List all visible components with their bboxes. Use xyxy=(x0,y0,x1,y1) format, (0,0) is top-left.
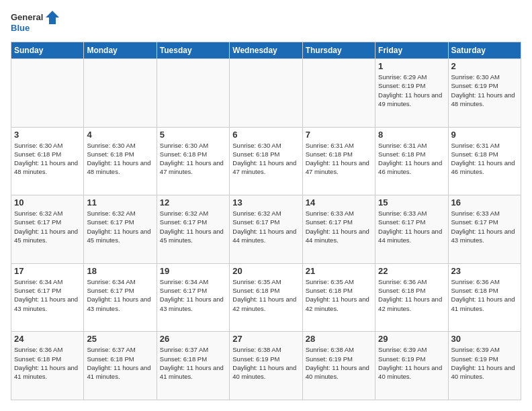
day-info: Sunrise: 6:37 AM Sunset: 6:18 PM Dayligh… xyxy=(87,345,153,381)
day-cell: 24Sunrise: 6:36 AM Sunset: 6:18 PM Dayli… xyxy=(11,332,84,400)
day-cell xyxy=(157,59,229,128)
day-info: Sunrise: 6:39 AM Sunset: 6:19 PM Dayligh… xyxy=(451,345,518,381)
day-info: Sunrise: 6:31 AM Sunset: 6:18 PM Dayligh… xyxy=(306,141,372,177)
day-number: 21 xyxy=(306,266,372,276)
day-cell: 8Sunrise: 6:31 AM Sunset: 6:18 PM Daylig… xyxy=(375,127,448,195)
day-cell: 29Sunrise: 6:39 AM Sunset: 6:19 PM Dayli… xyxy=(375,332,448,400)
day-info: Sunrise: 6:35 AM Sunset: 6:18 PM Dayligh… xyxy=(306,277,372,313)
day-cell: 3Sunrise: 6:30 AM Sunset: 6:18 PM Daylig… xyxy=(11,127,84,195)
day-cell xyxy=(302,59,375,128)
day-info: Sunrise: 6:38 AM Sunset: 6:19 PM Dayligh… xyxy=(306,345,372,381)
day-info: Sunrise: 6:30 AM Sunset: 6:18 PM Dayligh… xyxy=(232,141,299,177)
day-info: Sunrise: 6:34 AM Sunset: 6:17 PM Dayligh… xyxy=(160,277,226,313)
day-number: 19 xyxy=(160,266,226,276)
day-cell: 16Sunrise: 6:33 AM Sunset: 6:17 PM Dayli… xyxy=(448,195,521,264)
calendar-header-row: SundayMondayTuesdayWednesdayThursdayFrid… xyxy=(11,42,521,59)
day-number: 20 xyxy=(232,266,299,276)
day-number: 22 xyxy=(378,266,445,276)
day-info: Sunrise: 6:33 AM Sunset: 6:17 PM Dayligh… xyxy=(378,209,445,244)
day-number: 18 xyxy=(87,266,153,276)
day-info: Sunrise: 6:34 AM Sunset: 6:17 PM Dayligh… xyxy=(14,277,81,313)
day-cell: 14Sunrise: 6:33 AM Sunset: 6:17 PM Dayli… xyxy=(302,195,375,264)
day-number: 23 xyxy=(451,266,518,276)
day-cell: 18Sunrise: 6:34 AM Sunset: 6:17 PM Dayli… xyxy=(84,263,157,332)
day-number: 6 xyxy=(232,130,299,140)
day-number: 26 xyxy=(160,334,226,344)
day-info: Sunrise: 6:36 AM Sunset: 6:18 PM Dayligh… xyxy=(378,277,445,313)
col-header-wednesday: Wednesday xyxy=(230,42,302,59)
day-info: Sunrise: 6:30 AM Sunset: 6:18 PM Dayligh… xyxy=(87,141,153,177)
day-number: 11 xyxy=(87,197,153,208)
svg-text:Blue: Blue xyxy=(11,23,30,33)
day-info: Sunrise: 6:32 AM Sunset: 6:17 PM Dayligh… xyxy=(14,209,81,244)
calendar: SundayMondayTuesdayWednesdayThursdayFrid… xyxy=(11,42,521,400)
day-number: 16 xyxy=(451,197,518,208)
day-number: 13 xyxy=(232,197,299,208)
day-info: Sunrise: 6:30 AM Sunset: 6:19 PM Dayligh… xyxy=(451,73,518,108)
day-cell: 22Sunrise: 6:36 AM Sunset: 6:18 PM Dayli… xyxy=(375,263,448,332)
day-number: 24 xyxy=(14,334,81,344)
day-cell: 13Sunrise: 6:32 AM Sunset: 6:17 PM Dayli… xyxy=(230,195,302,264)
day-number: 8 xyxy=(378,130,445,140)
col-header-tuesday: Tuesday xyxy=(157,42,229,59)
day-number: 25 xyxy=(87,334,153,344)
day-cell: 2Sunrise: 6:30 AM Sunset: 6:19 PM Daylig… xyxy=(448,59,521,128)
day-number: 4 xyxy=(87,130,153,140)
day-cell: 19Sunrise: 6:34 AM Sunset: 6:17 PM Dayli… xyxy=(157,263,229,332)
day-number: 27 xyxy=(232,334,299,344)
day-number: 2 xyxy=(451,61,518,71)
day-info: Sunrise: 6:36 AM Sunset: 6:18 PM Dayligh… xyxy=(14,345,81,381)
day-info: Sunrise: 6:33 AM Sunset: 6:17 PM Dayligh… xyxy=(306,209,372,244)
day-cell xyxy=(230,59,302,128)
day-number: 15 xyxy=(378,197,445,208)
week-row-3: 10Sunrise: 6:32 AM Sunset: 6:17 PM Dayli… xyxy=(11,195,521,264)
day-cell: 21Sunrise: 6:35 AM Sunset: 6:18 PM Dayli… xyxy=(302,263,375,332)
week-row-2: 3Sunrise: 6:30 AM Sunset: 6:18 PM Daylig… xyxy=(11,127,521,195)
day-cell: 20Sunrise: 6:35 AM Sunset: 6:18 PM Dayli… xyxy=(230,263,302,332)
day-info: Sunrise: 6:34 AM Sunset: 6:17 PM Dayligh… xyxy=(87,277,153,313)
page: General Blue SundayMondayTuesdayWednesda… xyxy=(0,0,532,411)
day-number: 1 xyxy=(378,61,445,71)
day-number: 29 xyxy=(378,334,445,344)
day-cell xyxy=(11,59,84,128)
day-number: 7 xyxy=(306,130,372,140)
day-cell: 28Sunrise: 6:38 AM Sunset: 6:19 PM Dayli… xyxy=(302,332,375,400)
day-number: 5 xyxy=(160,130,226,140)
header: General Blue xyxy=(11,11,521,35)
day-cell: 23Sunrise: 6:36 AM Sunset: 6:18 PM Dayli… xyxy=(448,263,521,332)
day-cell: 17Sunrise: 6:34 AM Sunset: 6:17 PM Dayli… xyxy=(11,263,84,332)
day-cell: 12Sunrise: 6:32 AM Sunset: 6:17 PM Dayli… xyxy=(157,195,229,264)
day-number: 30 xyxy=(451,334,518,344)
day-number: 10 xyxy=(14,197,81,208)
col-header-monday: Monday xyxy=(84,42,157,59)
day-number: 17 xyxy=(14,266,81,276)
day-info: Sunrise: 6:31 AM Sunset: 6:18 PM Dayligh… xyxy=(451,141,518,177)
svg-text:General: General xyxy=(11,12,43,22)
day-info: Sunrise: 6:30 AM Sunset: 6:18 PM Dayligh… xyxy=(160,141,226,177)
day-info: Sunrise: 6:36 AM Sunset: 6:18 PM Dayligh… xyxy=(451,277,518,313)
day-cell: 30Sunrise: 6:39 AM Sunset: 6:19 PM Dayli… xyxy=(448,332,521,400)
day-cell: 15Sunrise: 6:33 AM Sunset: 6:17 PM Dayli… xyxy=(375,195,448,264)
col-header-friday: Friday xyxy=(375,42,448,59)
col-header-sunday: Sunday xyxy=(11,42,84,59)
day-cell: 27Sunrise: 6:38 AM Sunset: 6:19 PM Dayli… xyxy=(230,332,302,400)
day-cell: 25Sunrise: 6:37 AM Sunset: 6:18 PM Dayli… xyxy=(84,332,157,400)
logo-svg: General Blue xyxy=(11,11,59,35)
day-number: 28 xyxy=(306,334,372,344)
logo: General Blue xyxy=(11,11,59,35)
day-info: Sunrise: 6:29 AM Sunset: 6:19 PM Dayligh… xyxy=(378,73,445,108)
day-cell: 11Sunrise: 6:32 AM Sunset: 6:17 PM Dayli… xyxy=(84,195,157,264)
day-info: Sunrise: 6:31 AM Sunset: 6:18 PM Dayligh… xyxy=(378,141,445,177)
day-number: 12 xyxy=(160,197,226,208)
day-info: Sunrise: 6:32 AM Sunset: 6:17 PM Dayligh… xyxy=(87,209,153,244)
day-number: 9 xyxy=(451,130,518,140)
day-info: Sunrise: 6:32 AM Sunset: 6:17 PM Dayligh… xyxy=(160,209,226,244)
day-info: Sunrise: 6:39 AM Sunset: 6:19 PM Dayligh… xyxy=(378,345,445,381)
day-cell: 7Sunrise: 6:31 AM Sunset: 6:18 PM Daylig… xyxy=(302,127,375,195)
day-cell xyxy=(84,59,157,128)
week-row-5: 24Sunrise: 6:36 AM Sunset: 6:18 PM Dayli… xyxy=(11,332,521,400)
week-row-4: 17Sunrise: 6:34 AM Sunset: 6:17 PM Dayli… xyxy=(11,263,521,332)
day-info: Sunrise: 6:38 AM Sunset: 6:19 PM Dayligh… xyxy=(232,345,299,381)
day-cell: 9Sunrise: 6:31 AM Sunset: 6:18 PM Daylig… xyxy=(448,127,521,195)
day-info: Sunrise: 6:33 AM Sunset: 6:17 PM Dayligh… xyxy=(451,209,518,244)
